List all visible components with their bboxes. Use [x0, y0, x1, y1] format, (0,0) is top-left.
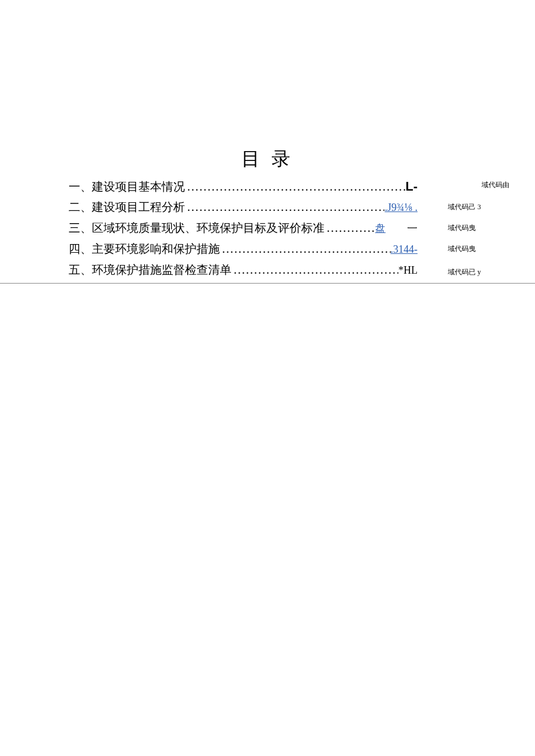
toc-page-2[interactable]: .J9¾⅛ .: [384, 202, 418, 213]
toc-page-5: *HL: [398, 265, 418, 275]
toc-dots: [185, 181, 405, 192]
toc-page-3a[interactable]: 盘: [375, 223, 386, 234]
toc-label-4: 四、主要环境影响和保护措施: [69, 243, 220, 255]
toc-dots: [220, 243, 391, 255]
toc-label-1: 一、建设项目基本情况: [69, 181, 185, 192]
side-note-5: 域代码已 y: [448, 267, 481, 277]
toc-row-4: 四、主要环境影响和保护措施 .3144-: [69, 243, 418, 255]
toc-label-3: 三、区域环境质量现状、环境保护目标及评价标准: [69, 222, 324, 234]
document-page: 目 录 一、建设项目基本情况 L- 域代码由 二、建设项目工程分析 .J9¾⅛ …: [0, 0, 535, 756]
toc-row-1: 一、建设项目基本情况 L- 域代码由: [69, 180, 418, 193]
toc-row-3: 三、区域环境质量现状、环境保护目标及评价标准 盘 一: [69, 222, 418, 234]
side-note-2: 域代码己 3: [448, 202, 481, 212]
cut-line: [0, 283, 535, 284]
toc-row-5: 五、环境保护措施监督检查清单 *HL: [69, 264, 418, 275]
toc-row-2: 二、建设项目工程分析 .J9¾⅛ .: [69, 201, 418, 213]
toc-page-3[interactable]: 盘 一: [375, 223, 418, 234]
toc-label-2: 二、建设项目工程分析: [69, 201, 185, 213]
toc-dots: [185, 201, 384, 213]
toc-page-1: L-: [405, 180, 418, 193]
toc-title: 目 录: [0, 146, 535, 172]
side-note-4: 域代码曳: [448, 244, 476, 254]
toc-dots: [231, 264, 398, 275]
toc-dots: [324, 222, 375, 234]
toc-page-4[interactable]: .3144-: [391, 244, 418, 255]
toc-page-3b: 一: [407, 223, 418, 234]
toc-label-5: 五、环境保护措施监督检查清单: [69, 264, 231, 275]
side-note-1: 域代码由: [482, 180, 509, 190]
side-note-3: 域代码曳: [448, 223, 476, 233]
